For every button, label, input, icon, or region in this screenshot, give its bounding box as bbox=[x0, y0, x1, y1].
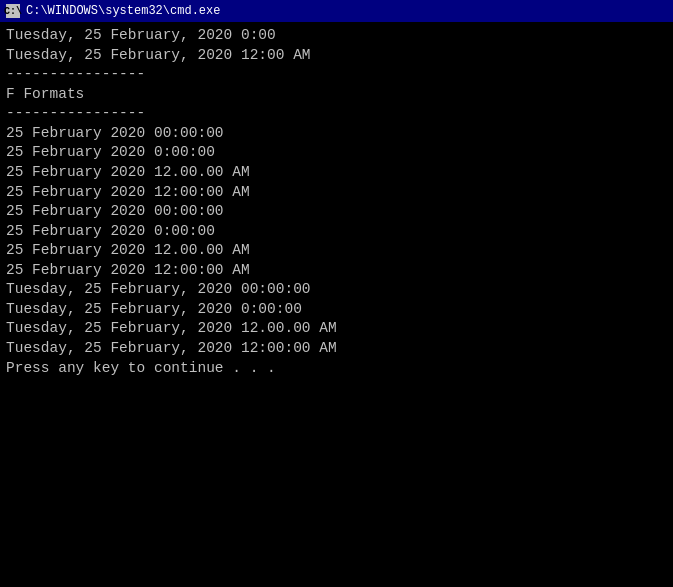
title-text: C:\WINDOWS\system32\cmd.exe bbox=[26, 4, 220, 18]
terminal-line: 25 February 2020 12.00.00 AM bbox=[6, 241, 667, 261]
terminal-line: Press any key to continue . . . bbox=[6, 359, 667, 379]
terminal-line: F Formats bbox=[6, 85, 667, 105]
terminal-line: 25 February 2020 12:00:00 AM bbox=[6, 261, 667, 281]
terminal-line: Tuesday, 25 February, 2020 0:00 bbox=[6, 26, 667, 46]
terminal-line: Tuesday, 25 February, 2020 12:00 AM bbox=[6, 46, 667, 66]
terminal-line: 25 February 2020 00:00:00 bbox=[6, 202, 667, 222]
terminal-line: 25 February 2020 12:00:00 AM bbox=[6, 183, 667, 203]
terminal-line: ---------------- bbox=[6, 65, 667, 85]
cmd-icon: C:\ bbox=[6, 4, 20, 18]
terminal-line: 25 February 2020 0:00:00 bbox=[6, 222, 667, 242]
terminal-body: Tuesday, 25 February, 2020 0:00Tuesday, … bbox=[0, 22, 673, 587]
terminal-line: 25 February 2020 0:00:00 bbox=[6, 143, 667, 163]
terminal-line: ---------------- bbox=[6, 104, 667, 124]
title-bar: C:\ C:\WINDOWS\system32\cmd.exe bbox=[0, 0, 673, 22]
terminal-line: Tuesday, 25 February, 2020 12:00:00 AM bbox=[6, 339, 667, 359]
terminal-line: Tuesday, 25 February, 2020 0:00:00 bbox=[6, 300, 667, 320]
terminal-line: Tuesday, 25 February, 2020 12.00.00 AM bbox=[6, 319, 667, 339]
terminal-line: 25 February 2020 00:00:00 bbox=[6, 124, 667, 144]
terminal-line: 25 February 2020 12.00.00 AM bbox=[6, 163, 667, 183]
terminal-line: Tuesday, 25 February, 2020 00:00:00 bbox=[6, 280, 667, 300]
